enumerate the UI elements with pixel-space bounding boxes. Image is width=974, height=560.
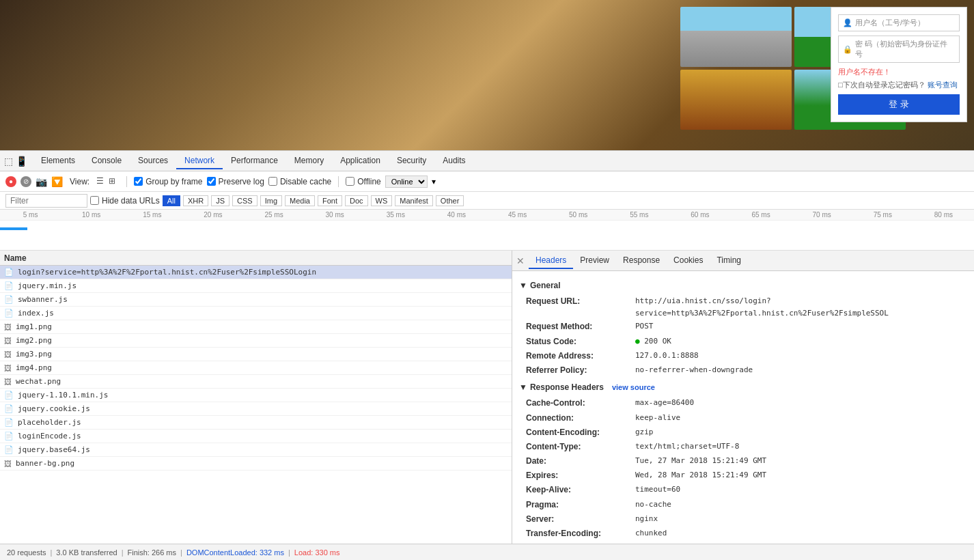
header-val: Tue, 27 Mar 2018 15:21:49 GMT — [635, 455, 766, 468]
tab-cookies[interactable]: Cookies — [667, 253, 710, 269]
device-icon[interactable]: 📱 — [16, 156, 27, 167]
username-field[interactable]: 👤 用户名（工号/学号） — [838, 14, 960, 31]
tab-application[interactable]: Application — [332, 153, 389, 169]
disable-cache-label[interactable]: Disable cache — [268, 177, 331, 186]
header-val: timeout=60 — [635, 484, 680, 496]
response-header-row: Pragma:no-cache — [519, 499, 967, 512]
preserve-log-text: Preserve log — [219, 177, 264, 186]
network-item[interactable]: 📄loginEncode.js — [0, 430, 512, 443]
network-list-body[interactable]: 📄login?service=http%3A%2F%2Fportal.hnist… — [0, 266, 512, 544]
network-item[interactable]: 📄jquery-1.10.1.min.js — [0, 389, 512, 402]
file-type-icon: 🖼 — [4, 337, 12, 345]
dom-content-loaded-link[interactable]: DOMContentLoaded: 332 ms — [186, 548, 284, 557]
network-item[interactable]: 📄index.js — [0, 307, 512, 320]
hide-data-urls-label[interactable]: Hide data URLs — [90, 196, 160, 206]
tab-network[interactable]: Network — [176, 153, 223, 169]
offline-label[interactable]: Offline — [346, 177, 380, 186]
file-type-icon: 📄 — [4, 418, 14, 427]
tab-security[interactable]: Security — [389, 153, 434, 169]
network-item-name: banner-bg.png — [16, 459, 74, 468]
disable-cache-checkbox[interactable] — [268, 177, 277, 186]
request-method-val: POST — [635, 320, 654, 333]
filter-media[interactable]: Media — [285, 195, 315, 206]
status-code-val: ● 200 OK — [635, 335, 671, 348]
hide-data-urls-checkbox[interactable] — [90, 196, 99, 205]
tab-response[interactable]: Response — [616, 253, 667, 269]
stop-button[interactable]: ⊘ — [20, 176, 31, 187]
filter-icon[interactable]: 🔽 — [51, 176, 63, 187]
header-val: keep-alive — [635, 412, 680, 425]
filter-css[interactable]: CSS — [232, 195, 258, 206]
password-field[interactable]: 🔒 密 码（初始密码为身份证件号 — [838, 36, 960, 63]
inspect-icon[interactable]: ⬚ — [4, 156, 13, 167]
preserve-log-label[interactable]: Preserve log — [207, 177, 264, 186]
network-item[interactable]: 📄jquery.min.js — [0, 279, 512, 293]
network-item[interactable]: 🖼img2.png — [0, 334, 512, 348]
disable-cache-text: Disable cache — [280, 177, 331, 186]
network-item-name: img3.png — [16, 350, 52, 359]
network-item[interactable]: 🖼banner-bg.png — [0, 457, 512, 471]
banner: 👤 用户名（工号/学号） 🔒 密 码（初始密码为身份证件号 用户名不存在！ □下… — [0, 0, 974, 150]
response-header-row: Connection:keep-alive — [519, 412, 967, 425]
tree-view-icon[interactable]: ⊞ — [109, 176, 120, 187]
network-item[interactable]: 📄jquery.cookie.js — [0, 402, 512, 416]
tab-memory[interactable]: Memory — [286, 153, 332, 169]
filter-other[interactable]: Other — [436, 195, 464, 206]
group-by-frame-label[interactable]: Group by frame — [134, 177, 202, 186]
tab-console[interactable]: Console — [83, 153, 130, 169]
remote-address-val: 127.0.0.1:8888 — [635, 350, 699, 363]
view-source-link[interactable]: view source — [612, 382, 655, 394]
tab-sources[interactable]: Sources — [130, 153, 176, 169]
login-button[interactable]: 登 录 — [838, 94, 960, 115]
separator-2 — [338, 176, 339, 187]
file-type-icon: 📄 — [4, 432, 14, 440]
filter-ws[interactable]: WS — [371, 195, 393, 206]
record-button[interactable]: ● — [5, 176, 16, 187]
response-header-row: Server:nginx — [519, 513, 967, 526]
network-item[interactable]: 📄swbanner.js — [0, 293, 512, 307]
list-view-icon[interactable]: ☰ — [96, 176, 107, 187]
login-links: □下次自动登录忘记密码？ 账号查询 — [838, 80, 960, 90]
remote-address-key: Remote Address: — [526, 350, 635, 363]
camera-icon[interactable]: 📷 — [36, 176, 47, 187]
tab-preview[interactable]: Preview — [573, 253, 616, 269]
status-sep1: | — [50, 548, 52, 557]
filter-doc[interactable]: Doc — [345, 195, 368, 206]
header-val: no-cache — [635, 499, 671, 512]
status-indicator: ● — [635, 337, 644, 346]
network-item[interactable]: 🖼img1.png — [0, 320, 512, 334]
filter-xhr[interactable]: XHR — [183, 195, 208, 206]
remote-address-row: Remote Address: 127.0.0.1:8888 — [519, 350, 967, 363]
filter-js[interactable]: JS — [211, 195, 229, 206]
header-key: Cache-Control: — [526, 397, 635, 410]
preserve-log-checkbox[interactable] — [207, 177, 216, 186]
tab-timing[interactable]: Timing — [710, 253, 748, 269]
general-section-title: ▼ General — [519, 279, 967, 292]
status-code-row: Status Code: ● 200 OK — [519, 335, 967, 348]
user-icon: 👤 — [843, 18, 852, 27]
network-item[interactable]: 🖼wechat.png — [0, 375, 512, 389]
load-link[interactable]: Load: 330 ms — [294, 548, 340, 557]
throttle-select[interactable]: Online — [385, 176, 428, 188]
filter-font[interactable]: Font — [318, 195, 342, 206]
main-area: Name 📄login?service=http%3A%2F%2Fportal.… — [0, 251, 974, 544]
close-details-icon[interactable]: ✕ — [516, 255, 525, 266]
network-item[interactable]: 📄placeholder.js — [0, 416, 512, 430]
network-item[interactable]: 📄jquery.base64.js — [0, 443, 512, 457]
offline-checkbox[interactable] — [346, 177, 354, 186]
throttle-icon[interactable]: ▾ — [432, 177, 436, 186]
group-by-frame-checkbox[interactable] — [134, 177, 143, 186]
tab-audits[interactable]: Audits — [434, 153, 473, 169]
hide-data-urls-text: Hide data URLs — [102, 196, 160, 206]
tab-elements[interactable]: Elements — [33, 153, 83, 169]
tab-performance[interactable]: Performance — [223, 153, 286, 169]
filter-all[interactable]: All — [163, 195, 180, 206]
tab-headers[interactable]: Headers — [529, 253, 573, 269]
filter-input[interactable] — [5, 194, 87, 208]
filter-manifest[interactable]: Manifest — [395, 195, 433, 206]
network-item[interactable]: 📄login?service=http%3A%2F%2Fportal.hnist… — [0, 266, 512, 279]
account-query-link[interactable]: 账号查询 — [928, 81, 958, 89]
filter-img[interactable]: Img — [260, 195, 282, 206]
network-item[interactable]: 🖼img3.png — [0, 348, 512, 361]
network-item[interactable]: 🖼img4.png — [0, 361, 512, 375]
